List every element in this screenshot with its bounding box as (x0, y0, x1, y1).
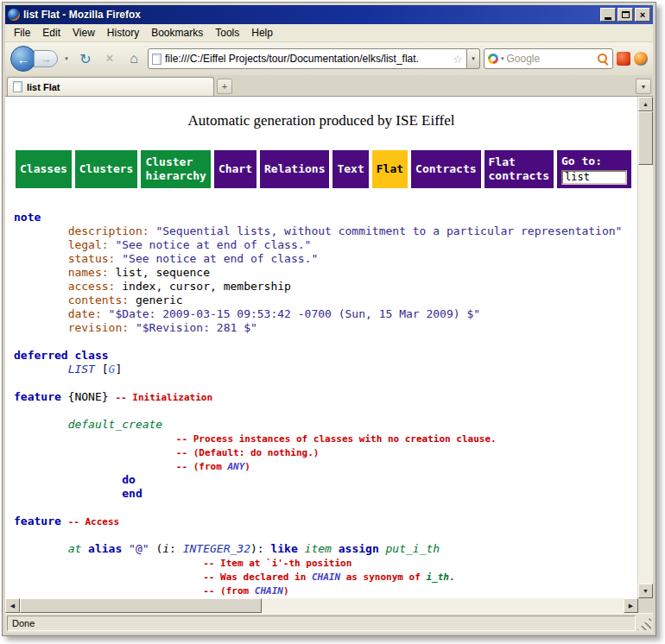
code-text: "$Revision: 281 $" (136, 321, 257, 334)
code-line: -- (from CHAIN) (14, 584, 637, 597)
doc-button-classes[interactable]: Classes (16, 150, 72, 188)
doc-button-label: Contracts (415, 162, 476, 176)
code-text: -- (from (203, 585, 255, 597)
tab-bar: list Flat + ▾ (5, 75, 653, 96)
vertical-scroll-thumb[interactable] (638, 111, 653, 165)
tab-list-flat[interactable]: list Flat (7, 77, 214, 96)
code-line: -- (Default: do nothing.) (14, 445, 637, 459)
list-all-tabs-button[interactable]: ▾ (636, 79, 651, 94)
url-bar[interactable]: ☆ (148, 48, 467, 69)
code-text (14, 224, 68, 237)
back-button[interactable]: ← (10, 46, 36, 72)
stop-button[interactable]: × (99, 48, 120, 69)
status-text: Done (12, 618, 35, 628)
goto-input[interactable] (561, 170, 627, 185)
forward-button[interactable]: → (34, 50, 58, 67)
code-link[interactable]: item (305, 542, 332, 555)
addon-icon[interactable] (617, 52, 630, 66)
code-text: end (122, 487, 142, 500)
scroll-up-button[interactable]: ▲ (638, 97, 653, 111)
titlebar[interactable]: list Flat - Mozilla Firefox × (5, 5, 653, 24)
code-link[interactable]: i_th (426, 571, 449, 583)
horizontal-scroll-thumb[interactable] (20, 598, 262, 613)
code-text: feature (14, 515, 61, 527)
code-text (14, 252, 68, 265)
search-go-icon[interactable] (598, 54, 609, 65)
search-box[interactable]: ▾ (484, 48, 613, 69)
bookmark-star-icon[interactable]: ☆ (453, 54, 463, 65)
code-text (14, 266, 68, 279)
code-text: -- Process instances of classes with no … (176, 433, 497, 445)
close-button[interactable]: × (635, 8, 650, 22)
code-text: alias (88, 542, 122, 555)
url-dropdown-button[interactable]: ▾ (467, 48, 480, 69)
eiffel-code: note description: "Sequential lists, wit… (14, 211, 637, 597)
code-line: revision: "$Revision: 281 $" (14, 321, 637, 335)
doc-button-flat[interactable]: Flat (372, 150, 408, 188)
code-text: like (270, 542, 297, 555)
horizontal-scroll-track[interactable] (20, 598, 624, 613)
home-button[interactable]: ⌂ (124, 48, 144, 69)
code-line: do (14, 473, 637, 487)
page-content: Automatic generation produced by ISE Eif… (5, 97, 637, 598)
doc-button-text[interactable]: Text (332, 150, 368, 188)
code-link[interactable]: INTEGER_32 (183, 542, 250, 555)
menu-history[interactable]: History (102, 25, 144, 41)
code-text: -- Was declared in (203, 571, 312, 583)
code-link[interactable]: ANY (227, 461, 244, 472)
minimize-icon (605, 17, 611, 20)
doc-button-label: Classes (20, 162, 67, 176)
url-input[interactable] (165, 53, 449, 65)
search-input[interactable] (507, 53, 595, 65)
code-text (14, 294, 68, 306)
menu-edit[interactable]: Edit (37, 25, 66, 41)
code-link[interactable]: LIST (68, 363, 95, 376)
code-link[interactable]: CHAIN (312, 571, 340, 583)
code-text (129, 321, 136, 334)
menu-view[interactable]: View (67, 25, 100, 41)
close-icon: × (640, 10, 645, 20)
code-text: ) (283, 585, 289, 597)
doc-button-chart[interactable]: Chart (214, 150, 256, 188)
firefox-addon-icon[interactable] (634, 52, 648, 66)
resize-grip[interactable] (637, 616, 651, 630)
code-text (14, 238, 68, 251)
status-bar: Done (5, 613, 653, 633)
code-line: at alias "@" (i: INTEGER_32): like item … (14, 542, 637, 556)
vertical-scroll-track[interactable] (638, 111, 653, 584)
scroll-down-button[interactable]: ▼ (638, 584, 653, 598)
code-text: list, sequence (109, 266, 210, 279)
menu-tools[interactable]: Tools (210, 25, 244, 41)
code-text (14, 487, 122, 500)
refresh-button[interactable]: ↻ (75, 48, 96, 69)
doc-button-contracts[interactable]: Contracts (411, 150, 480, 188)
minimize-button[interactable] (600, 8, 616, 22)
search-engine-dropdown-icon[interactable]: ▾ (501, 55, 504, 62)
doc-button-relations[interactable]: Relations (260, 150, 329, 188)
history-dropdown-button[interactable]: ▾ (61, 50, 72, 67)
horizontal-scrollbar[interactable]: ◀ ▶ (5, 598, 638, 613)
code-text: access: (68, 280, 116, 293)
maximize-button[interactable] (618, 8, 633, 22)
doc-button-cluster-hierarchy[interactable]: Cluster hierarchy (141, 150, 210, 188)
code-link[interactable]: CHAIN (255, 585, 283, 597)
menu-bookmarks[interactable]: Bookmarks (146, 25, 208, 41)
doc-button-label: Relations (264, 162, 325, 176)
code-text: assign (339, 542, 379, 555)
vertical-scrollbar[interactable]: ▲ ▼ (637, 97, 653, 598)
new-tab-button[interactable]: + (217, 79, 232, 94)
code-text (14, 542, 68, 555)
scroll-left-button[interactable]: ◀ (5, 598, 20, 613)
google-logo-icon[interactable] (488, 54, 498, 64)
code-text (14, 584, 203, 597)
code-text: -- Item at `i'-th position (203, 558, 352, 569)
code-text: status: (68, 252, 116, 265)
doc-button-clusters[interactable]: Clusters (75, 150, 138, 188)
scroll-right-button[interactable]: ▶ (624, 598, 638, 613)
code-line (14, 501, 637, 515)
code-link[interactable]: put_i_th (386, 542, 440, 555)
menu-file[interactable]: File (9, 25, 35, 41)
menu-help[interactable]: Help (246, 25, 278, 41)
doc-button-flat-contracts[interactable]: Flat contracts (484, 150, 554, 188)
code-line (14, 376, 637, 390)
